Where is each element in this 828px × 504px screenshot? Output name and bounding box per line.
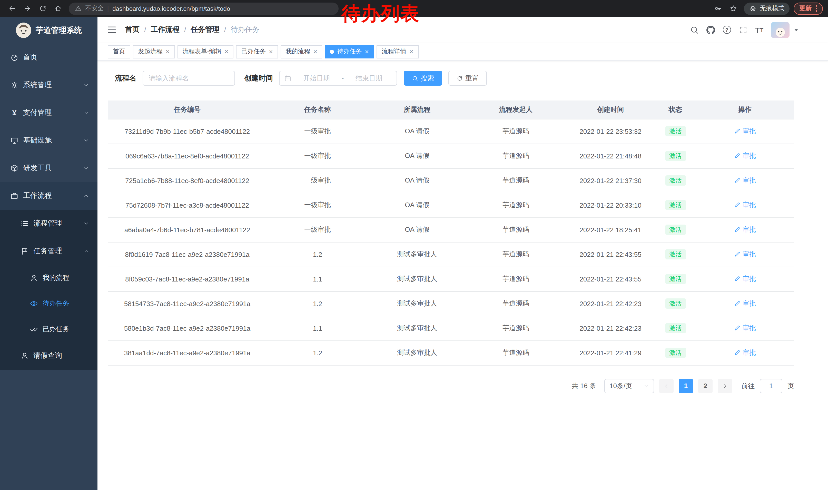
page-button-1[interactable]: 1 bbox=[679, 379, 693, 393]
action-cell: 审批 bbox=[696, 316, 794, 340]
sidebar-item-leave-query[interactable]: 请假查询 bbox=[0, 342, 97, 370]
goto-label: 前往 bbox=[741, 381, 755, 391]
task-name-cell: 1.2 bbox=[267, 242, 368, 267]
incognito-label: 无痕模式 bbox=[760, 4, 784, 13]
tab-done-tasks[interactable]: 已办任务× bbox=[236, 45, 278, 58]
chevron-left-icon bbox=[663, 383, 669, 389]
close-icon[interactable]: × bbox=[314, 48, 317, 55]
close-icon[interactable]: × bbox=[409, 48, 413, 55]
breadcrumb-task-mgmt[interactable]: 任务管理 bbox=[191, 25, 219, 34]
tab-form-edit[interactable]: 流程表单-编辑× bbox=[177, 45, 234, 58]
app-logo[interactable]: 芋道管理系统 bbox=[0, 17, 97, 44]
tab-home[interactable]: 首页 bbox=[108, 45, 130, 58]
sidebar-item-workflow[interactable]: 工作流程 bbox=[0, 182, 97, 210]
approve-link[interactable]: 审批 bbox=[734, 348, 756, 357]
col-create-time: 创建时间 bbox=[566, 100, 655, 119]
process-name-input[interactable] bbox=[142, 71, 235, 86]
page-size-select[interactable]: 10条/页 bbox=[604, 379, 654, 393]
caret-down-icon[interactable] bbox=[794, 29, 798, 31]
close-icon[interactable]: × bbox=[224, 48, 228, 55]
tab-start-process[interactable]: 发起流程× bbox=[133, 45, 175, 58]
help-icon[interactable]: ? bbox=[722, 25, 731, 35]
fullscreen-icon[interactable] bbox=[739, 25, 747, 35]
breadcrumb-workflow[interactable]: 工作流程 bbox=[151, 25, 179, 34]
back-icon[interactable] bbox=[5, 2, 18, 15]
close-icon[interactable]: × bbox=[269, 48, 273, 55]
user-icon bbox=[30, 274, 38, 282]
sidebar-item-process-mgmt[interactable]: 流程管理 bbox=[0, 210, 97, 237]
range-separator: - bbox=[341, 74, 345, 82]
table-row: a6aba0a4-7b6d-11ec-b781-acde48001122 一级审… bbox=[108, 217, 794, 242]
update-button[interactable]: 更新 bbox=[794, 2, 823, 15]
table-row: 58154733-7ac8-11ec-a9e2-a2380e71991a 1.2… bbox=[108, 291, 794, 316]
sidebar-item-task-mgmt[interactable]: 任务管理 bbox=[0, 237, 97, 265]
action-cell: 审批 bbox=[696, 267, 794, 291]
font-size-icon[interactable]: TT bbox=[755, 25, 763, 35]
sidebar-item-devtools[interactable]: 研发工具 bbox=[0, 154, 97, 182]
search-icon bbox=[412, 75, 418, 81]
home-icon[interactable] bbox=[51, 2, 65, 15]
action-cell: 审批 bbox=[696, 119, 794, 144]
date-range-picker[interactable]: 开始日期 - 结束日期 bbox=[279, 71, 397, 86]
page-button-2[interactable]: 2 bbox=[698, 379, 713, 393]
sidebar-item-system[interactable]: 系统管理 bbox=[0, 71, 97, 99]
close-icon[interactable]: × bbox=[166, 48, 170, 55]
table-row: 75d72608-7b7f-11ec-a3c8-acde48001122 一级审… bbox=[108, 193, 794, 217]
approve-link[interactable]: 审批 bbox=[734, 151, 756, 161]
task-name-cell: 一级审批 bbox=[267, 144, 368, 168]
navbar: 首页 / 工作流程 / 任务管理 / 待办任务 ? TT bbox=[97, 17, 828, 43]
approve-link[interactable]: 审批 bbox=[734, 200, 756, 210]
calendar-icon bbox=[284, 75, 291, 82]
hamburger-icon[interactable] bbox=[107, 25, 117, 35]
next-page-button[interactable] bbox=[718, 379, 732, 393]
key-icon[interactable] bbox=[711, 2, 724, 15]
reload-icon[interactable] bbox=[36, 2, 49, 15]
sidebar-item-todo-tasks[interactable]: 待办任务 bbox=[0, 291, 97, 316]
create-time-cell: 2022-01-21 22:43:55 bbox=[566, 267, 655, 291]
double-check-icon bbox=[30, 325, 38, 333]
user-avatar[interactable] bbox=[771, 22, 790, 38]
sidebar-item-payment[interactable]: ¥ 支付管理 bbox=[0, 99, 97, 127]
col-actions: 操作 bbox=[696, 100, 794, 119]
tab-process-detail[interactable]: 流程详情× bbox=[377, 45, 418, 58]
goto-page-input[interactable] bbox=[760, 379, 782, 393]
approve-link[interactable]: 审批 bbox=[734, 299, 756, 308]
task-id-cell: 73211d9d-7b9b-11ec-b5b7-acde48001122 bbox=[108, 119, 267, 144]
task-name-cell: 1.2 bbox=[267, 340, 368, 365]
status-cell: 激活 bbox=[655, 242, 696, 267]
create-time-cell: 2022-01-22 23:53:32 bbox=[566, 119, 655, 144]
edit-icon bbox=[734, 226, 741, 233]
task-name-cell: 一级审批 bbox=[267, 168, 368, 193]
address-bar[interactable]: 不安全 | dashboard.yudao.iocoder.cn/bpm/tas… bbox=[69, 2, 339, 15]
active-tab-dot bbox=[330, 49, 334, 54]
approve-link[interactable]: 审批 bbox=[734, 225, 756, 234]
person-icon bbox=[20, 352, 29, 360]
sidebar-item-done-tasks[interactable]: 已办任务 bbox=[0, 316, 97, 342]
eye-icon bbox=[30, 300, 38, 308]
search-button[interactable]: 搜索 bbox=[404, 71, 442, 86]
status-cell: 激活 bbox=[655, 168, 696, 193]
sidebar-item-my-process[interactable]: 我的流程 bbox=[0, 265, 97, 291]
approve-link[interactable]: 审批 bbox=[734, 127, 756, 136]
approve-link[interactable]: 审批 bbox=[734, 274, 756, 283]
reset-button[interactable]: 重置 bbox=[448, 71, 487, 86]
breadcrumb-home[interactable]: 首页 bbox=[125, 25, 139, 34]
github-icon[interactable] bbox=[706, 25, 715, 35]
approve-link[interactable]: 审批 bbox=[734, 250, 756, 259]
tab-my-process[interactable]: 我的流程× bbox=[281, 45, 322, 58]
chevron-right-icon bbox=[722, 383, 728, 389]
search-icon[interactable] bbox=[690, 25, 699, 35]
tab-todo-tasks[interactable]: 待办任务× bbox=[325, 45, 374, 58]
close-icon[interactable]: × bbox=[365, 48, 369, 55]
prev-page-button[interactable] bbox=[659, 379, 673, 393]
starter-cell: 芋道源码 bbox=[466, 144, 566, 168]
forward-icon[interactable] bbox=[20, 2, 34, 15]
approve-link[interactable]: 审批 bbox=[734, 324, 756, 333]
approve-link[interactable]: 审批 bbox=[734, 176, 756, 185]
menu-dots-icon[interactable] bbox=[816, 8, 817, 9]
star-icon[interactable] bbox=[727, 2, 740, 15]
todo-table: 任务编号 任务名称 所属流程 流程发起人 创建时间 状态 操作 bbox=[108, 100, 794, 365]
sidebar-item-home[interactable]: 首页 bbox=[0, 44, 97, 71]
sidebar-item-infra[interactable]: 基础设施 bbox=[0, 127, 97, 154]
status-badge: 激活 bbox=[665, 249, 686, 260]
